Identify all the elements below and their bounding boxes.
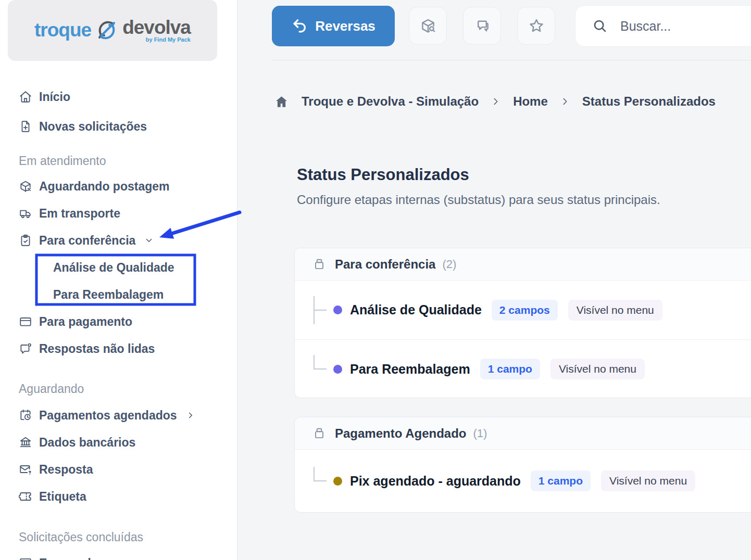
logo-text-troque: troque — [34, 19, 91, 41]
home-icon — [19, 90, 32, 104]
breadcrumb-separator-icon — [561, 97, 569, 106]
section-label: Em atendimento — [19, 154, 106, 168]
messages-button[interactable] — [463, 7, 501, 45]
breadcrumb-home-icon[interactable] — [274, 95, 289, 109]
tree-end-icon — [310, 353, 329, 385]
chevron-right-icon — [186, 411, 195, 420]
sidebar-subitem-analise-qualidade[interactable]: Análise de Qualidade — [53, 258, 174, 277]
archive-box-icon — [312, 427, 326, 440]
tree-end-icon — [310, 465, 329, 497]
tree-branch-icon — [310, 295, 329, 326]
sidebar-item-para-conferencia[interactable]: Para conferência — [19, 231, 233, 250]
logo-byline: by Find My Pack — [146, 36, 191, 43]
archive-icon — [19, 556, 32, 560]
sidebar-subitem-para-reembalagem[interactable]: Para Reembalagem — [53, 285, 164, 304]
chat-bubbles-icon — [473, 17, 491, 35]
status-dot — [333, 365, 342, 374]
package-search-icon — [419, 17, 437, 35]
section-label: Aguardando — [19, 382, 84, 396]
fields-badge: 1 campo — [480, 359, 540, 379]
sidebar-item-label: Análise de Qualidade — [53, 261, 174, 275]
sidebar-section-aguardando: Aguardando — [19, 380, 233, 398]
status-card-para-conferencia: Para conferência (2) Análise de Qualidad… — [294, 248, 751, 398]
visibility-badge: Visível no menu — [550, 359, 645, 379]
topbar-divider — [272, 60, 751, 60]
archive-box-icon — [312, 258, 326, 271]
message-dot-icon — [19, 342, 32, 355]
sidebar-item-label: Respostas não lidas — [39, 342, 155, 356]
logo[interactable]: troque devolva by Find My Pack — [8, 0, 217, 61]
substatus-row[interactable]: Análise de Qualidade 2 campos Visível no… — [295, 281, 751, 339]
status-card-pagamento-agendado: Pagamento Agendado (1) Pix agendado - ag… — [294, 417, 751, 513]
sidebar-item-em-transporte[interactable]: Em transporte — [19, 203, 233, 223]
page-title: Status Personalizados — [297, 166, 469, 184]
card-count: (1) — [473, 427, 487, 440]
sidebar-item-label: Encerradas — [39, 556, 104, 560]
sidebar-item-resposta[interactable]: Resposta — [19, 460, 233, 479]
ticket-icon — [19, 490, 32, 503]
sidebar-item-partial[interactable]: Encerradas — [19, 553, 233, 560]
status-dot — [333, 306, 342, 314]
visibility-badge: Visível no menu — [601, 470, 695, 491]
truck-icon — [19, 207, 32, 220]
sidebar-item-para-pagamento[interactable]: Para pagamento — [19, 312, 233, 332]
card-title: Para conferência — [335, 257, 435, 272]
substatus-row[interactable]: Pix agendado - aguardando 1 campo Visíve… — [295, 450, 751, 512]
sidebar-item-pagamentos-agendados[interactable]: Pagamentos agendados — [19, 405, 233, 425]
sidebar-item-respostas-nao-lidas[interactable]: Respostas não lidas — [19, 339, 233, 359]
status-dot — [333, 477, 342, 486]
star-icon — [528, 17, 545, 35]
mail-question-icon — [19, 463, 32, 476]
sidebar-section-em-atendimento: Em atendimento — [19, 152, 233, 170]
file-plus-icon — [19, 120, 32, 133]
sidebar-item-label: Para pagamento — [39, 315, 132, 329]
sidebar-item-label: Aguardando postagem — [39, 180, 169, 194]
logo-text-devolva: devolva — [122, 18, 191, 36]
page-subtitle: Configure etapas internas (substatus) pa… — [297, 193, 660, 207]
reversas-button-label: Reversas — [315, 18, 376, 34]
clipboard-check-icon — [19, 234, 32, 247]
favorites-button[interactable] — [517, 7, 555, 45]
app-screen: troque devolva by Find My Pack Início — [0, 0, 751, 560]
package-search-button[interactable] — [409, 7, 447, 45]
sidebar-item-label: Início — [39, 90, 70, 104]
sidebar-item-inicio[interactable]: Início — [19, 87, 233, 107]
search-icon — [592, 18, 608, 34]
section-label: Solicitações concluídas — [19, 530, 143, 544]
sidebar-item-aguardando-postagem[interactable]: Aguardando postagem — [19, 176, 233, 196]
search-bar[interactable] — [575, 5, 751, 47]
bank-icon — [19, 436, 32, 449]
card-header: Pagamento Agendado (1) — [295, 417, 751, 450]
undo-arrow-icon — [291, 18, 308, 34]
card-header: Para conferência (2) — [295, 248, 751, 281]
credit-card-icon — [19, 315, 32, 328]
substatus-row[interactable]: Para Reembalagem 1 campo Visível no menu — [295, 339, 751, 398]
sidebar-item-label: Dados bancários — [39, 436, 135, 450]
submenu-indent-guide — [36, 254, 37, 307]
substatus-label: Pix agendado - aguardando — [350, 474, 521, 489]
calendar-clock-icon — [19, 409, 32, 422]
breadcrumb-separator-icon — [492, 97, 500, 106]
sidebar-item-novas-solicitacoes[interactable]: Novas solicitações — [19, 117, 233, 136]
card-title: Pagamento Agendado — [335, 426, 466, 441]
sidebar-item-etiqueta[interactable]: Etiqueta — [19, 487, 233, 506]
sidebar-item-label: Em transporte — [39, 207, 120, 221]
sidebar-item-label: Resposta — [39, 463, 93, 477]
search-input[interactable] — [620, 19, 735, 34]
chevron-down-icon — [144, 236, 154, 245]
sidebar-item-label: Para conferência — [39, 234, 135, 248]
sidebar-section-solicitacoes-concluidas: Solicitações concluídas — [19, 528, 233, 546]
card-count: (2) — [442, 258, 456, 271]
sidebar-item-dados-bancarios[interactable]: Dados bancários — [19, 432, 233, 452]
sidebar-item-label: Pagamentos agendados — [39, 409, 177, 423]
breadcrumb: Troque e Devolva - Simulação Home Status… — [274, 92, 751, 111]
substatus-label: Análise de Qualidade — [350, 302, 482, 317]
reversas-button[interactable]: Reversas — [272, 6, 395, 46]
sidebar-item-label: Novas solicitações — [39, 120, 147, 134]
logo-swap-icon — [95, 19, 118, 42]
breadcrumb-root[interactable]: Troque e Devolva - Simulação — [302, 94, 479, 109]
breadcrumb-current: Status Personalizados — [582, 94, 716, 109]
breadcrumb-home[interactable]: Home — [513, 94, 548, 109]
visibility-badge: Visível no menu — [568, 300, 662, 321]
package-x-icon — [19, 180, 32, 193]
